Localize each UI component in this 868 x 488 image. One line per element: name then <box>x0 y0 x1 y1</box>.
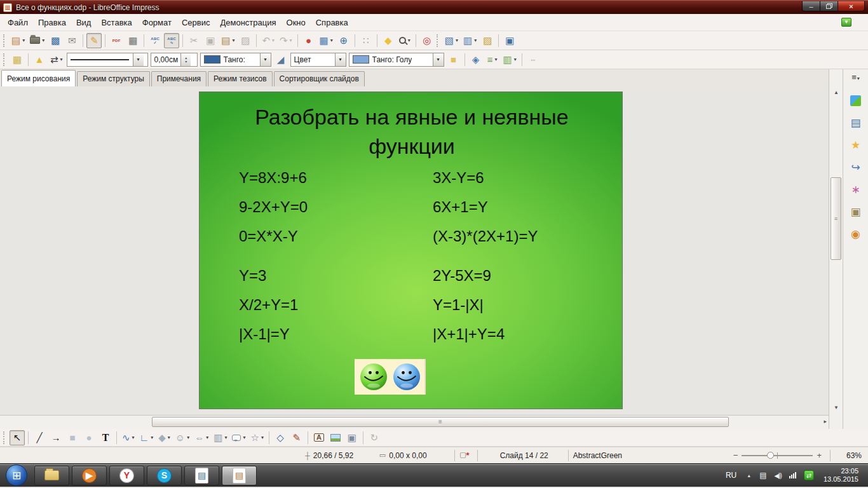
redo-dropdown[interactable]: ▾ <box>290 37 292 43</box>
insert-text-button[interactable]: T <box>98 430 113 445</box>
menu-help[interactable]: Справка <box>311 15 353 30</box>
arrow-style-dropdown[interactable]: ▾ <box>60 57 63 62</box>
save-button[interactable]: ▩ <box>48 33 63 48</box>
toolbar-grip[interactable] <box>437 34 439 47</box>
export-pdf-button[interactable]: PDF <box>109 33 124 48</box>
line-style-dropdown[interactable]: ▾ <box>133 53 144 66</box>
toolbar-grip[interactable] <box>3 53 6 66</box>
new-slide-button[interactable]: ▧▾ <box>443 33 460 48</box>
slide-transition-button[interactable]: ↪ <box>846 158 865 177</box>
tab-handout[interactable]: Режим тезисов <box>208 71 273 86</box>
connector-button[interactable]: ∟▾ <box>138 430 156 445</box>
action-center-icon[interactable]: ▤ <box>759 471 766 480</box>
equations-top-right[interactable]: 3X-Y=66X+1=Y(X-3)*(2X+1)=Y <box>433 163 538 251</box>
line-color-select[interactable]: Танго: ▾ <box>200 53 271 67</box>
arrange-button[interactable]: ▥▾ <box>501 52 519 67</box>
help-button[interactable]: ◎ <box>419 33 435 48</box>
zoom-out-button[interactable]: − <box>733 451 738 460</box>
gallery-button[interactable]: ▣ <box>846 203 865 221</box>
auto-spellcheck-button[interactable]: ABC ∿ <box>164 33 179 48</box>
paste-button[interactable]: ▤▾ <box>219 33 236 48</box>
writer-taskbar-button[interactable]: ▤ <box>184 466 219 485</box>
select-button[interactable]: ↖ <box>10 430 25 445</box>
line-style-select[interactable]: ▾ <box>67 53 148 67</box>
fill-color-dropdown[interactable]: ▾ <box>433 53 444 66</box>
callouts-dropdown[interactable]: ▾ <box>243 435 245 440</box>
yandex-browser-taskbar-button[interactable]: Y <box>109 466 144 485</box>
line-width-spin-buttons[interactable]: ▴ ▾ <box>180 53 191 66</box>
tray-app-icon[interactable]: ⇄ <box>804 470 814 480</box>
zoom-in-button[interactable]: + <box>817 451 822 460</box>
curve-dropdown[interactable]: ▾ <box>132 435 135 440</box>
skype-taskbar-button[interactable]: S <box>147 466 182 485</box>
navigator-button[interactable]: ◉ <box>846 225 865 243</box>
glue-points-button[interactable]: ✎ <box>289 430 304 445</box>
symbol-shapes-dropdown[interactable]: ▾ <box>187 435 189 440</box>
connector-dropdown[interactable]: ▾ <box>151 435 153 440</box>
alignment-dropdown[interactable]: ▾ <box>494 57 497 62</box>
tab-slide-sorter[interactable]: Сортировщик слайдов <box>274 71 365 86</box>
effects-button[interactable]: ∗ <box>846 180 865 199</box>
alignment-button[interactable]: ≡▾ <box>485 52 500 67</box>
menu-view[interactable]: Вид <box>71 15 97 30</box>
basic-shapes-dropdown[interactable]: ▾ <box>168 435 170 440</box>
menu-tools[interactable]: Сервис <box>177 15 215 30</box>
properties-button[interactable] <box>846 92 865 110</box>
curve-button[interactable]: ∿▾ <box>120 430 137 445</box>
custom-animation-button[interactable]: ★ <box>846 136 865 154</box>
new-document-button[interactable]: ▤▾ <box>10 33 27 48</box>
slide-design-button[interactable]: ▨ <box>480 33 495 48</box>
insert-table-dropdown[interactable]: ▾ <box>330 37 333 43</box>
update-available-icon[interactable]: ▼ <box>841 18 851 27</box>
tab-notes[interactable]: Примечания <box>151 71 207 86</box>
cut-button[interactable]: ✂ <box>186 33 201 48</box>
menu-edit[interactable]: Правка <box>33 15 71 30</box>
open-file-dropdown[interactable]: ▾ <box>42 37 44 43</box>
arrange-dropdown[interactable]: ▾ <box>514 57 517 62</box>
menu-insert[interactable]: Вставка <box>96 15 137 30</box>
insert-table-button[interactable]: ▦▾ <box>318 33 335 48</box>
impress-taskbar-button[interactable]: ▤ <box>222 466 257 485</box>
line-width-stepper[interactable]: 0,00см ▴ ▾ <box>151 53 198 67</box>
navigator-button[interactable]: ◆ <box>381 33 396 48</box>
stars-dropdown[interactable]: ▾ <box>261 435 264 440</box>
undo-button[interactable]: ↶▾ <box>260 33 276 48</box>
copy-button[interactable]: ▣ <box>203 33 218 48</box>
display-grid-button[interactable]: ∷ <box>358 33 374 48</box>
slide-title[interactable]: Разобрать на явные и неявные функции <box>221 102 602 161</box>
scroll-right-button[interactable]: ▸ <box>824 418 827 424</box>
equations-bottom-left[interactable]: Y=3X/2+Y=1|X-1|=Y <box>239 261 298 349</box>
zoom-button[interactable]: ▾ <box>397 33 412 48</box>
fill-color-select[interactable]: Танго: Голу ▾ <box>349 53 444 67</box>
language-indicator[interactable]: RU <box>726 471 736 480</box>
fill-type-dropdown[interactable]: ▾ <box>335 53 346 66</box>
flowchart-dropdown[interactable]: ▾ <box>224 435 227 440</box>
ellipse-button[interactable]: ● <box>81 430 97 445</box>
flowchart-button[interactable]: ▥▾ <box>212 430 229 445</box>
menu-format[interactable]: Формат <box>137 15 177 30</box>
tab-drawing[interactable]: Режим рисования <box>1 70 76 86</box>
hyperlink-button[interactable]: ⊕ <box>336 33 351 48</box>
zoom-dropdown[interactable]: ▾ <box>408 37 410 43</box>
arrow-style-button[interactable]: ⇄▾ <box>48 52 65 67</box>
styles-window-button[interactable]: ▦ <box>10 52 25 67</box>
block-arrows-button[interactable]: ⇔▾ <box>193 430 210 445</box>
menu-slideshow[interactable]: Демонстрация <box>215 15 281 30</box>
volume-icon[interactable]: ◀)) <box>775 472 782 479</box>
rotate-object-button[interactable]: ↻ <box>367 430 382 445</box>
zoom-level-value[interactable]: 63% <box>835 451 862 460</box>
insert-image-button[interactable] <box>328 430 343 445</box>
edit-points-button[interactable]: ◇ <box>273 430 288 445</box>
explorer-taskbar-button[interactable] <box>34 466 69 485</box>
spellcheck-button[interactable]: ABC ✓ <box>147 33 163 48</box>
menu-window[interactable]: Окно <box>281 15 311 30</box>
restore-button[interactable] <box>820 1 837 11</box>
media-player-taskbar-button[interactable]: ▶ <box>72 466 107 485</box>
area-dialog-button[interactable]: ◢ <box>273 52 288 67</box>
slide-editing-area[interactable]: Разобрать на явные и неявные функции Y=8… <box>0 86 829 415</box>
rectangle-button[interactable]: ■ <box>65 430 80 445</box>
fontwork-button[interactable]: A <box>311 430 327 445</box>
menu-file[interactable]: Файл <box>3 15 33 30</box>
callouts-button[interactable]: ▾ <box>230 430 247 445</box>
master-pages-button[interactable]: ▤ <box>846 114 865 132</box>
